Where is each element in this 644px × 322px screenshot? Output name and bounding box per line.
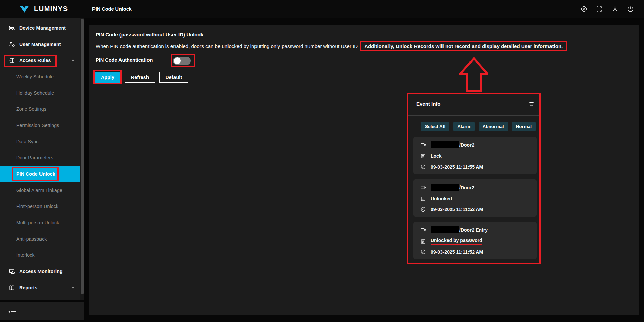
compass-icon[interactable] (581, 6, 587, 13)
refresh-button[interactable]: Refresh (125, 72, 155, 83)
collapse-sidebar-icon[interactable] (8, 308, 17, 315)
pin-auth-label: PIN Code Authentication (96, 57, 153, 63)
sidebar-item-weekly-schedule[interactable]: Weekly Schedule (0, 69, 80, 85)
event-type: Lock (431, 153, 442, 159)
filter-button-select-all[interactable]: Select All (421, 122, 449, 131)
sidebar-item-access-rules[interactable]: Access Rules (0, 52, 80, 69)
event-filters: Select AllAlarmAbnormalNormal (421, 122, 539, 131)
event-type: Unlocked (431, 196, 452, 201)
filter-button-alarm[interactable]: Alarm (453, 122, 474, 131)
event-type-row: Unlocked by password (420, 238, 533, 245)
camera-icon (420, 227, 426, 233)
clock-icon (420, 164, 426, 170)
sidebar-item-label: Multi-person Unlock (16, 220, 59, 225)
default-button[interactable]: Default (159, 72, 188, 83)
sidebar-item-zone-settings[interactable]: Zone Settings (0, 101, 80, 117)
event-device-row: /Door2 Entry (420, 226, 533, 233)
access-rules-icon (9, 57, 15, 64)
event-time: 09-03-2025 11:11:55 AM (431, 164, 483, 170)
sidebar-item-pin-code-unlock[interactable]: PIN Code Unlock (0, 166, 80, 182)
sidebar-item-global-alarm-linkage[interactable]: Global Alarm Linkage (0, 182, 80, 198)
user-icon[interactable] (612, 6, 618, 13)
sidebar-item-label: Holiday Schedule (16, 90, 54, 96)
sidebar-item-label: Global Alarm Linkage (16, 188, 62, 193)
filter-button-normal[interactable]: Normal (512, 122, 536, 131)
clock-icon (420, 206, 426, 212)
sidebar-item-label: Door Parameters (16, 155, 53, 160)
event-card[interactable]: /Door2Unlocked09-03-2025 11:11:52 AM (413, 179, 537, 217)
toggle-knob (174, 57, 181, 64)
sidebar-item-label: PIN Code Unlock (16, 171, 55, 177)
device-name: /Door2 (431, 141, 474, 148)
sidebar-item-user-management[interactable]: User Management (0, 36, 80, 52)
sidebar-item-label: First-person Unlock (16, 204, 58, 209)
sidebar-item-device-management[interactable]: Device Management (0, 20, 80, 36)
event-card[interactable]: /Door2 EntryUnlocked by password09-03-20… (413, 222, 537, 259)
event-card[interactable]: /Door2Lock09-03-2025 11:11:55 AM (413, 137, 537, 174)
sidebar-item-multi-person-unlock[interactable]: Multi-person Unlock (0, 215, 80, 231)
sidebar-scrollbar-thumb[interactable] (81, 19, 84, 294)
luminys-logo-icon (19, 5, 30, 14)
sidebar-item-label: Access Rules (19, 58, 51, 63)
trash-icon[interactable] (528, 101, 535, 107)
sidebar-footer (0, 302, 84, 320)
user-management-icon (9, 41, 15, 47)
redacted-device-name (431, 141, 459, 148)
sidebar-item-label: Interlock (16, 252, 35, 258)
reports-icon (9, 284, 15, 291)
main-content: PIN Code (password without User ID) Unlo… (89, 25, 639, 315)
power-icon[interactable] (627, 6, 634, 13)
page-title: PIN Code Unlock (92, 6, 132, 12)
brand-name: LUMINYS (34, 5, 68, 13)
sidebar: Device ManagementUser ManagementAccess R… (0, 18, 84, 300)
redacted-device-name (431, 226, 459, 233)
action-buttons: Apply Refresh Default (95, 72, 188, 83)
sidebar-scrollbar[interactable] (80, 18, 84, 300)
event-list: /Door2Lock09-03-2025 11:11:55 AM/Door2Un… (413, 137, 537, 259)
event-device-row: /Door2 (420, 141, 533, 148)
access-monitoring-icon (9, 268, 15, 274)
sidebar-item-label: Access Monitoring (19, 269, 63, 274)
event-info-title: Event Info (416, 101, 441, 107)
description-text: When PIN code authentication is enabled,… (96, 43, 358, 49)
document-icon (420, 239, 426, 244)
device-name: /Door2 Entry (431, 226, 488, 233)
device-suffix: /Door2 (459, 185, 474, 190)
pin-auth-toggle[interactable] (173, 57, 191, 65)
event-info-header: Event Info (408, 94, 539, 107)
sidebar-item-permission-settings[interactable]: Permission Settings (0, 117, 80, 133)
sidebar-item-holiday-schedule[interactable]: Holiday Schedule (0, 85, 80, 101)
event-time-row: 09-03-2025 11:11:52 AM (420, 206, 533, 212)
apply-button[interactable]: Apply (95, 72, 120, 83)
sidebar-item-interlock[interactable]: Interlock (0, 247, 80, 263)
topbar-actions (581, 6, 644, 13)
sidebar-item-anti-passback[interactable]: Anti-passback (0, 231, 80, 247)
event-time: 09-03-2025 11:11:52 AM (431, 207, 483, 212)
scan-icon[interactable] (596, 6, 603, 13)
sidebar-item-label: Permission Settings (16, 123, 59, 128)
redacted-device-name (431, 184, 459, 191)
sidebar-item-reports[interactable]: Reports (0, 279, 80, 296)
sidebar-item-door-parameters[interactable]: Door Parameters (0, 150, 80, 166)
event-device-row: /Door2 (420, 184, 533, 191)
device-name: /Door2 (431, 184, 474, 191)
sidebar-item-access-monitoring[interactable]: Access Monitoring (0, 263, 80, 279)
event-info-panel: Event Info Select AllAlarmAbnormalNormal… (407, 93, 541, 264)
sidebar-item-label: Zone Settings (16, 106, 46, 112)
sidebar-item-data-sync[interactable]: Data Sync (0, 133, 80, 150)
sidebar-item-label: User Management (19, 42, 61, 47)
sidebar-item-first-person-unlock[interactable]: First-person Unlock (0, 198, 80, 215)
sidebar-item-label: Reports (19, 285, 37, 290)
event-type: Unlocked by password (431, 238, 482, 245)
topbar: LUMINYS PIN Code Unlock (0, 0, 644, 18)
sidebar-item-label: Data Sync (16, 139, 38, 144)
camera-icon (420, 142, 426, 148)
document-icon (420, 153, 426, 159)
device-management-icon (9, 25, 15, 31)
device-suffix: /Door2 Entry (459, 227, 488, 233)
event-type-row: Unlocked (420, 196, 533, 202)
filter-button-abnormal[interactable]: Abnormal (479, 122, 508, 131)
chevron-up-icon (71, 58, 75, 63)
camera-icon (420, 184, 426, 190)
description-highlight: Additionally, Unlock Records will not re… (360, 41, 567, 51)
